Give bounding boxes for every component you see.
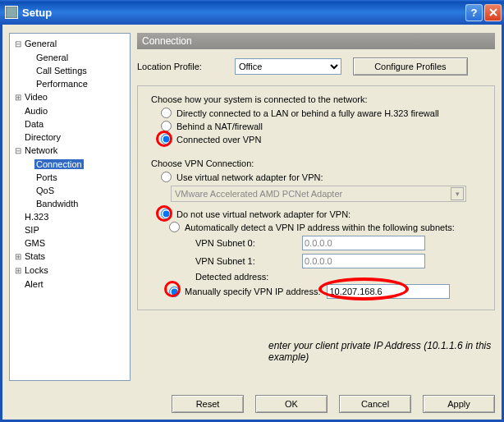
- expander-icon[interactable]: ⊟: [13, 38, 23, 51]
- app-icon: [5, 6, 18, 19]
- subnet1-label: VPN Subnet 1:: [195, 256, 302, 266]
- tree-network[interactable]: Network: [23, 145, 59, 155]
- tree-ports[interactable]: Ports: [34, 172, 59, 182]
- tree-audio[interactable]: Audio: [23, 106, 49, 116]
- radio-manual-ip-label: Manually specify VPN IP address:: [185, 287, 320, 296]
- expander-icon[interactable]: ⊞: [13, 91, 23, 104]
- tree-general[interactable]: General: [23, 39, 58, 48]
- connection-groupbox: Choose how your system is connected to t…: [137, 85, 495, 310]
- tree-bandwidth[interactable]: Bandwidth: [34, 199, 80, 209]
- tree-directory[interactable]: Directory: [23, 132, 62, 142]
- radio-direct-lan-label: Directly connected to a LAN or behind a …: [176, 108, 439, 118]
- panel-title: Connection: [137, 33, 495, 49]
- radio-use-virtual[interactable]: [161, 172, 172, 182]
- radio-direct-lan[interactable]: [161, 108, 172, 118]
- tree-data[interactable]: Data: [23, 119, 45, 129]
- radio-manual-ip[interactable]: [169, 287, 180, 297]
- ok-button[interactable]: OK: [255, 395, 328, 413]
- window-title: Setup: [22, 7, 464, 19]
- tree-qos[interactable]: QoS: [34, 186, 56, 195]
- expander-icon[interactable]: ⊟: [13, 144, 23, 158]
- tree-video[interactable]: Video: [23, 92, 49, 102]
- tree-performance[interactable]: Performance: [34, 79, 89, 89]
- radio-nat[interactable]: [161, 121, 172, 131]
- radio-auto-detect-label: Automatically detect a VPN IP address wi…: [185, 222, 455, 232]
- group1-prompt: Choose how your system is connected to t…: [151, 94, 486, 104]
- cancel-button[interactable]: Cancel: [339, 395, 411, 413]
- location-profile-select[interactable]: Office: [235, 58, 341, 75]
- adapter-value: VMware Accelerated AMD PCNet Adapter: [175, 189, 342, 199]
- expander-icon[interactable]: ⊞: [13, 264, 23, 278]
- tree-connection[interactable]: Connection: [34, 159, 84, 169]
- expander-icon[interactable]: ⊞: [13, 250, 23, 264]
- location-profile-label: Location Profile:: [137, 62, 202, 71]
- button-bar: Reset OK Cancel Apply: [172, 395, 495, 413]
- subnet0-label: VPN Subnet 0:: [195, 238, 302, 248]
- configure-profiles-button[interactable]: Configure Profiles: [353, 57, 468, 76]
- tree-gms[interactable]: GMS: [23, 238, 47, 248]
- tree-stats[interactable]: Stats: [23, 251, 47, 261]
- radio-auto-detect[interactable]: [169, 222, 180, 232]
- reset-button[interactable]: Reset: [172, 395, 244, 413]
- close-button[interactable]: [484, 4, 502, 21]
- radio-nat-label: Behind a NAT/firewall: [176, 122, 263, 131]
- radio-no-virtual[interactable]: [161, 209, 172, 219]
- group2-prompt: Choose VPN Connection:: [151, 158, 486, 168]
- radio-vpn[interactable]: [161, 134, 172, 144]
- title-bar: Setup ?: [0, 0, 504, 25]
- radio-no-virtual-label: Do not use virtual network adapter for V…: [176, 209, 351, 219]
- subnet1-input[interactable]: [302, 254, 425, 268]
- tree-sip[interactable]: SIP: [23, 225, 41, 235]
- apply-button[interactable]: Apply: [423, 395, 495, 413]
- chevron-down-icon: ▾: [451, 187, 464, 200]
- tree-h323[interactable]: H.323: [23, 212, 50, 222]
- settings-panel: Connection Location Profile: Office Conf…: [131, 33, 495, 381]
- close-icon: [489, 8, 497, 16]
- manual-ip-input[interactable]: [327, 284, 450, 299]
- tree-general-general[interactable]: General: [34, 53, 70, 62]
- adapter-select-disabled: VMware Accelerated AMD PCNet Adapter ▾: [171, 186, 466, 202]
- help-button[interactable]: ?: [465, 4, 483, 21]
- subnet0-input[interactable]: [302, 236, 425, 250]
- tree-locks[interactable]: Locks: [23, 265, 50, 275]
- nav-tree: ⊟General General Call Settings Performan…: [9, 33, 131, 381]
- detected-address-label: Detected address:: [195, 272, 302, 282]
- tree-alert[interactable]: Alert: [23, 279, 45, 289]
- radio-vpn-label: Connected over VPN: [176, 135, 261, 144]
- annotation-caption: enter your client private IP Address (10…: [268, 340, 495, 363]
- radio-use-virtual-label: Use virtual network adapter for VPN:: [176, 172, 323, 182]
- tree-call-settings[interactable]: Call Settings: [34, 66, 89, 76]
